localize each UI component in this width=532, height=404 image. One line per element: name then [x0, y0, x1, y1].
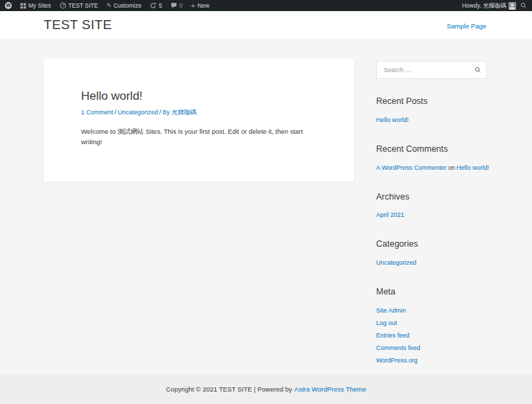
- nav-item-sample-page[interactable]: Sample Page: [447, 22, 486, 30]
- post-meta: 1 Comment/Uncategorized/By 光輝咖碼: [81, 108, 317, 117]
- customize-menu[interactable]: ✎ Customize: [106, 0, 141, 11]
- author-link[interactable]: By 光輝咖碼: [163, 109, 197, 116]
- plus-icon: +: [191, 2, 195, 10]
- comment-count: 0: [179, 0, 183, 11]
- wordpress-org-link[interactable]: WordPress.org: [376, 357, 418, 364]
- meta-separator: /: [115, 109, 117, 116]
- widget-recent-posts: Recent Posts Hello world!: [376, 97, 487, 123]
- pencil-icon: ✎: [106, 3, 112, 9]
- list-item: Hello world!: [376, 117, 487, 123]
- wordpress-logo-icon: W: [5, 2, 12, 9]
- on-text: on: [448, 164, 455, 171]
- my-sites-label: My Sites: [28, 0, 51, 11]
- post-body-text: Welcome to 測試網站 Sites. This is your firs…: [81, 127, 317, 147]
- post-card: Hello world! 1 Comment/Uncategorized/By …: [44, 59, 354, 182]
- content-area: Hello world! 1 Comment/Uncategorized/By …: [0, 39, 532, 374]
- new-content-menu[interactable]: + New: [191, 0, 209, 11]
- update-count: 5: [159, 0, 162, 11]
- list-item: Entries feed: [376, 333, 487, 339]
- widget-recent-comments: Recent Comments A WordPress CommenteronH…: [376, 145, 487, 171]
- widget-list: April 2021: [376, 212, 487, 218]
- list-item: Log out: [376, 320, 487, 326]
- site-name-label: TEST SITE: [69, 0, 98, 11]
- my-account-menu[interactable]: Howdy, 光輝咖碼: [462, 0, 516, 11]
- wp-logo-menu[interactable]: W: [5, 2, 12, 9]
- customize-label: Customize: [114, 0, 141, 11]
- widget-title: Meta: [376, 288, 487, 297]
- wp-admin-bar: W My Sites TEST SITE ✎ Customize 5: [0, 0, 532, 11]
- comments-menu[interactable]: 0: [170, 0, 183, 11]
- site-name-menu[interactable]: TEST SITE: [60, 0, 98, 11]
- widget-list: A WordPress CommenteronHello world!: [376, 165, 487, 171]
- list-item: April 2021: [376, 212, 487, 218]
- my-sites-menu[interactable]: My Sites: [20, 0, 51, 11]
- list-item: Uncategorized: [376, 260, 487, 266]
- widget-title: Archives: [376, 193, 487, 202]
- widget-list: Hello world!: [376, 117, 487, 123]
- search-icon: [475, 67, 481, 73]
- primary-column: Hello world! 1 Comment/Uncategorized/By …: [44, 59, 354, 182]
- search-widget: [376, 61, 487, 79]
- category-link[interactable]: Uncategorized: [118, 109, 158, 116]
- site-header: TEST SITE Sample Page: [0, 11, 532, 39]
- search-submit-button[interactable]: [470, 62, 486, 78]
- list-item: Site Admin: [376, 308, 487, 314]
- search-icon: [520, 2, 527, 9]
- user-avatar: [508, 2, 516, 10]
- admin-search-toggle[interactable]: [520, 2, 527, 9]
- copyright-text: Copyright © 2021 TEST SITE | Powered by: [166, 385, 292, 393]
- updates-menu[interactable]: 5: [150, 0, 162, 11]
- category-link[interactable]: Uncategorized: [376, 259, 416, 266]
- update-refresh-icon: [150, 2, 157, 9]
- commenter-link[interactable]: A WordPress Commenter: [376, 164, 447, 171]
- list-item: WordPress.org: [376, 358, 487, 364]
- widget-archives: Archives April 2021: [376, 193, 487, 219]
- widget-meta: Meta Site Admin Log out Entries feed Com…: [376, 288, 487, 364]
- log-out-link[interactable]: Log out: [376, 319, 397, 326]
- widget-title: Recent Comments: [376, 145, 487, 155]
- primary-nav: Sample Page: [447, 19, 486, 31]
- site-admin-link[interactable]: Site Admin: [376, 307, 406, 314]
- meta-separator: /: [159, 109, 161, 116]
- list-item: A WordPress CommenteronHello world!: [376, 165, 487, 171]
- post-title-link[interactable]: Hello world!: [81, 89, 317, 103]
- archive-link[interactable]: April 2021: [376, 211, 405, 218]
- entries-feed-link[interactable]: Entries feed: [376, 332, 409, 339]
- widget-categories: Categories Uncategorized: [376, 240, 487, 266]
- dashboard-gauge-icon: [60, 2, 66, 9]
- admin-bar-left: W My Sites TEST SITE ✎ Customize 5: [5, 0, 209, 11]
- widget-title: Recent Posts: [376, 97, 487, 107]
- site-title-link[interactable]: TEST SITE: [44, 17, 112, 33]
- widget-list: Uncategorized: [376, 260, 487, 266]
- comment-bubble-icon: [170, 2, 177, 9]
- site-footer: Copyright © 2021 TEST SITE | Powered by …: [0, 374, 532, 404]
- new-label: New: [197, 0, 209, 11]
- list-item: Comments feed: [376, 345, 487, 351]
- widget-list: Site Admin Log out Entries feed Comments…: [376, 308, 487, 364]
- network-grid-icon: [20, 3, 26, 9]
- comments-feed-link[interactable]: Comments feed: [376, 344, 420, 351]
- commented-post-link[interactable]: Hello world!: [456, 164, 489, 171]
- comments-count-link[interactable]: 1 Comment: [81, 109, 114, 116]
- admin-bar-right: Howdy, 光輝咖碼: [462, 0, 527, 11]
- recent-post-link[interactable]: Hello world!: [376, 116, 409, 123]
- widget-title: Categories: [376, 240, 487, 249]
- howdy-label: Howdy, 光輝咖碼: [462, 0, 506, 11]
- theme-credit-link[interactable]: Astra WordPress Theme: [294, 385, 366, 393]
- sidebar: Recent Posts Hello world! Recent Comment…: [376, 61, 487, 364]
